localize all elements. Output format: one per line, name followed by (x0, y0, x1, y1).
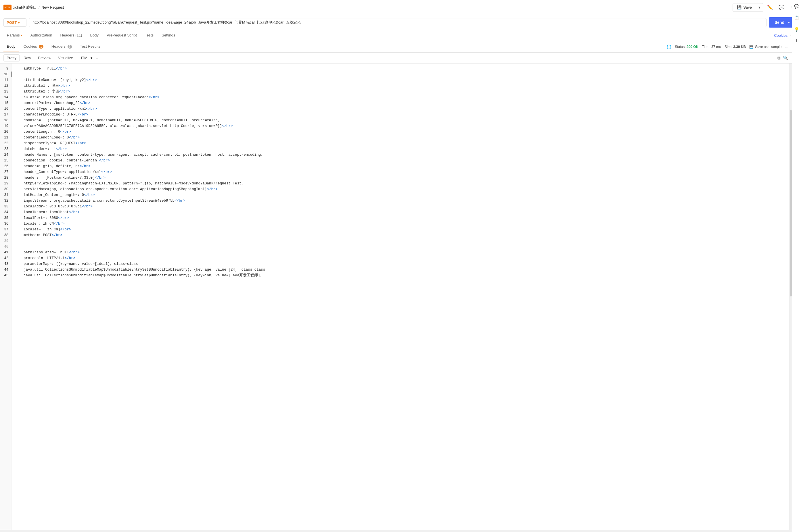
format-type-label: HTML (79, 56, 89, 60)
line-num-34: 34 (0, 209, 11, 215)
method-dropdown-icon: ▾ (18, 20, 20, 25)
line-num-17: 17 (0, 112, 11, 117)
sidebar-doc-icon[interactable]: 📋 (793, 14, 801, 22)
line-num-11: 11 (0, 77, 11, 83)
format-type-select[interactable]: HTML ▾ (79, 56, 93, 60)
line-num-9: 9 (0, 66, 11, 72)
sidebar-lightbulb-icon[interactable]: 💡 (793, 25, 801, 33)
send-arrow-icon: ▾ (788, 21, 790, 24)
line-num-22: 22 (0, 140, 11, 146)
authorization-label: Authorization (31, 33, 52, 37)
code-line-19: value=DA6AACA99B25F1C78FB7CA19D32A9559, … (12, 123, 789, 129)
sidebar-info-icon[interactable]: ℹ (793, 37, 801, 45)
search-button[interactable]: 🔍 (783, 55, 788, 61)
format-preview-button[interactable]: Preview (35, 55, 54, 61)
line-num-43: 43 (0, 261, 11, 267)
line-num-32: 32 (0, 198, 11, 204)
format-toolbar-right: ⧉ 🔍 (778, 55, 788, 61)
tab-pre-request-script[interactable]: Pre-request Script (103, 31, 140, 40)
line-num-26: 26 (0, 164, 11, 169)
scrollbar-vertical[interactable] (789, 63, 792, 530)
format-visualize-button[interactable]: Visualize (55, 55, 76, 61)
size-value: 3.39 KB (733, 45, 746, 49)
code-line-14: aClass=: class org.apache.catalina.conne… (12, 95, 789, 100)
method-label: POST (6, 20, 17, 25)
line-num-42: 42 (0, 255, 11, 261)
code-line-25: connection, cookie, content-length]</br> (12, 158, 789, 164)
chat-icon-button[interactable]: 💬 (777, 3, 786, 12)
line-num-44: 44 (0, 267, 11, 272)
line-num-40: 40 (0, 244, 11, 250)
right-sidebar: 💬 📋 💡 ℹ (792, 0, 801, 532)
code-line-15: contextPath=: /bookshop_22</br> (12, 100, 789, 106)
line-num-27: 27 (0, 169, 11, 175)
line-num-35: 35 (0, 215, 11, 221)
save-button[interactable]: 💾 Save (733, 3, 756, 11)
format-pretty-button[interactable]: Pretty (3, 54, 20, 61)
time-value: 27 ms (711, 45, 721, 49)
edit-icon-button[interactable]: ✏️ (765, 3, 775, 12)
url-input[interactable] (29, 18, 766, 27)
line-num-18: 18 (0, 117, 11, 123)
save-example-icon: 💾 (749, 45, 753, 49)
resp-tab-headers[interactable]: Headers 5 (48, 42, 75, 52)
resp-tab-test-results[interactable]: Test Results (76, 42, 104, 52)
globe-icon: 🌐 (667, 44, 671, 49)
resp-body-label: Body (7, 44, 16, 49)
code-content: authType=: null</br> attributeNames=: [k… (12, 63, 789, 530)
save-example-button[interactable]: 💾 Save as example (749, 45, 781, 49)
pre-request-label: Pre-request Script (107, 33, 137, 37)
request-tabs: Params ● Authorization Headers (11) Body… (0, 30, 801, 41)
tab-headers[interactable]: Headers (11) (57, 31, 86, 40)
resp-tab-cookies[interactable]: Cookies 1 (20, 42, 47, 52)
save-icon: 💾 (737, 5, 742, 10)
line-num-41: 41 (0, 250, 11, 255)
line-num-24: 24 (0, 152, 11, 158)
top-bar-right: 💾 Save ▾ ✏️ 💬 📄 (732, 3, 798, 12)
test-results-label: Test Results (80, 44, 101, 49)
code-line-45: java.util.Collections$UnmodifiableMap$Un… (12, 272, 789, 278)
wrap-lines-button[interactable]: ≡ (95, 55, 98, 61)
tab-authorization[interactable]: Authorization (27, 31, 56, 40)
more-options-button[interactable]: ··· (785, 44, 788, 49)
format-raw-button[interactable]: Raw (21, 55, 34, 61)
line-num-15: 15 (0, 100, 11, 106)
code-line-27: header_ContentType=: application/xml</br… (12, 169, 789, 175)
cookies-link[interactable]: Cookies (774, 33, 787, 38)
code-line-20: contentLength=: 0</br> (12, 129, 789, 135)
headers-badge: 5 (68, 45, 72, 49)
tab-params[interactable]: Params ● (3, 31, 26, 40)
code-line-21: contentLengthLong=: 0</br> (12, 135, 789, 140)
main-content: Body Cookies 1 Headers 5 Test Results 🌐 … (0, 41, 792, 532)
resp-tab-body[interactable]: Body (3, 42, 19, 52)
code-line-13: attribute2=: 李四</br> (12, 89, 789, 95)
save-label: Save (743, 5, 752, 10)
code-line-29: httpServletMapping=: {mappingMatch=EXTEN… (12, 181, 789, 186)
send-label: Send (775, 20, 784, 25)
sidebar-chat-icon[interactable]: 💬 (793, 2, 801, 10)
size-label: Size: 3.39 KB (725, 45, 746, 49)
line-num-45: 45 (0, 272, 11, 278)
resp-cookies-label: Cookies (23, 44, 37, 49)
resp-headers-label: Headers (52, 44, 66, 49)
line-num-16: 16 (0, 106, 11, 112)
tab-body[interactable]: Body (87, 31, 102, 40)
tab-settings[interactable]: Settings (158, 31, 179, 40)
copy-button[interactable]: ⧉ (778, 55, 781, 61)
code-line-17: characterEncoding=: UTF-8</br> (12, 112, 789, 117)
code-line-37: locales=: [zh_CN]</br> (12, 227, 789, 232)
headers-label: Headers (11) (60, 33, 82, 37)
response-area: Body Cookies 1 Headers 5 Test Results 🌐 … (0, 41, 792, 532)
send-divider (786, 20, 786, 25)
line-num-19: 19 (0, 123, 11, 129)
scrollbar-horizontal[interactable] (0, 530, 792, 532)
params-dot: ● (21, 34, 22, 37)
save-dropdown-button[interactable]: ▾ (756, 3, 763, 11)
line-num-20: 20 (0, 129, 11, 135)
code-line-36: locale=: zh_CN</br> (12, 221, 789, 227)
format-toolbar: Pretty Raw Preview Visualize HTML ▾ ≡ ⧉ … (0, 53, 792, 63)
tab-tests[interactable]: Tests (142, 31, 157, 40)
code-line-40 (12, 244, 789, 250)
code-line-18: cookies=: [{path=null, maxAge=-1, domain… (12, 117, 789, 123)
method-select[interactable]: POST ▾ (3, 18, 26, 27)
